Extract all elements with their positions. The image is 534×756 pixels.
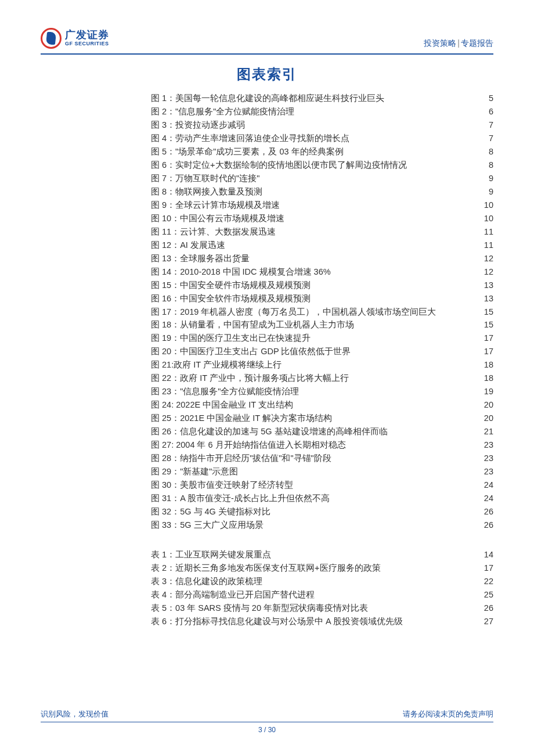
toc-figure-entry: 图 21:政府 IT 产业规模将继续上行18 <box>151 358 493 371</box>
toc-figure-page: 15 <box>484 305 493 318</box>
toc-figure-entry: 图 26：信息化建设的加速与 5G 基站建设增速的高峰相伴而临21 <box>151 425 493 438</box>
toc-figure-page: 17 <box>484 345 493 358</box>
toc-figure-page: 11 <box>484 239 493 251</box>
header-category: 投资策略 <box>424 38 456 48</box>
toc-table-entry: 表 2：近期长三角多地发布医保支付互联网+医疗服务的政策17 <box>151 561 493 574</box>
toc-table-page: 27 <box>484 615 493 628</box>
toc-figure-label: 图 27: 2004 年 6 月开始纳指估值进入长期相对稳态 <box>151 438 346 451</box>
toc-figure-page: 21 <box>484 425 493 438</box>
toc-figure-label: 图 15：中国安全硬件市场规模及规模预测 <box>151 279 311 291</box>
page-title: 图表索引 <box>0 65 534 84</box>
toc-figure-label: 图 31：A 股市值变迁-成长占比上升但依然不高 <box>151 492 330 505</box>
company-logo: 广发证券 GF SECURITIES <box>41 28 109 49</box>
toc-figure-label: 图 12：AI 发展迅速 <box>151 239 225 251</box>
toc-figure-page: 24 <box>484 478 493 491</box>
footer-right: 请务必阅读末页的免责声明 <box>403 709 493 719</box>
toc-figure-page: 19 <box>484 385 493 398</box>
toc-figure-page: 17 <box>484 332 493 344</box>
toc-table-label: 表 3：信息化建设的政策梳理 <box>151 575 262 588</box>
toc-table-entry: 表 4：部分高端制造业已开启国产替代进程25 <box>151 588 493 601</box>
toc-figure-page: 12 <box>484 265 493 278</box>
toc-figure-entry: 图 11：云计算、大数据发展迅速11 <box>151 225 493 238</box>
toc-figure-label: 图 11：云计算、大数据发展迅速 <box>151 225 276 238</box>
header-subcategory: 专题报告 <box>461 38 493 48</box>
toc-figure-entry: 图 13：全球服务器出货量12 <box>151 252 493 265</box>
toc-figure-entry: 图 33：5G 三大广义应用场景26 <box>151 519 493 531</box>
toc-figure-entry: 图 8：物联网接入数量及预测9 <box>151 185 493 198</box>
toc-figure-entry: 图 32：5G 与 4G 关键指标对比26 <box>151 505 493 518</box>
toc-figure-page: 6 <box>489 105 493 118</box>
toc-figure-label: 图 33：5G 三大广义应用场景 <box>151 519 264 531</box>
toc-figure-entry: 图 12：AI 发展迅速11 <box>151 239 493 251</box>
toc-figure-page: 8 <box>489 159 493 171</box>
toc-figure-entry: 图 28：纳指牛市开启经历"拔估值"和"寻锚"阶段23 <box>151 452 493 465</box>
pager-current: 3 <box>258 726 262 734</box>
header-breadcrumb: 投资策略|专题报告 <box>424 38 493 49</box>
toc-figure-label: 图 8：物联网接入数量及预测 <box>151 185 262 198</box>
toc-figure-label: 图 6：实时定位+大数据绘制的疫情地图以便市民了解周边疫情情况 <box>151 159 407 171</box>
toc-figure-entry: 图 1：美国每一轮信息化建设的高峰都相应诞生科技行业巨头5 <box>151 92 493 105</box>
toc-figure-page: 18 <box>484 372 493 384</box>
toc-figure-label: 图 30：美股市值变迁映射了经济转型 <box>151 478 293 491</box>
toc-table-label: 表 6：打分指标寻找信息化建设与对公场景中 A 股投资领域优先级 <box>151 615 403 628</box>
toc-figure-page: 5 <box>489 92 493 105</box>
footer-pager: 3 / 30 <box>41 726 493 734</box>
toc-table-entry: 表 1：工业互联网关键发展重点14 <box>151 548 493 561</box>
toc-figure-label: 图 21:政府 IT 产业规模将继续上行 <box>151 358 282 371</box>
toc-table-entry: 表 3：信息化建设的政策梳理22 <box>151 575 493 588</box>
toc-figure-label: 图 29："新基建"示意图 <box>151 465 238 478</box>
toc-figure-page: 20 <box>484 398 493 411</box>
toc-figure-page: 13 <box>484 292 493 305</box>
toc-figure-entry: 图 23："信息服务"全方位赋能疫情治理19 <box>151 385 493 398</box>
toc-figure-label: 图 20：中国医疗卫生支出占 GDP 比值依然低于世界 <box>151 345 351 358</box>
toc-table-page: 17 <box>484 561 493 574</box>
logo-cn: 广发证券 <box>65 30 109 41</box>
toc-figure-entry: 图 10：中国公有云市场规模及增速10 <box>151 212 493 225</box>
toc-figure-page: 10 <box>484 212 493 225</box>
toc-figure-entry: 图 18：从销量看，中国有望成为工业机器人主力市场15 <box>151 318 493 331</box>
toc-table-label: 表 5：03 年 SARS 疫情与 20 年新型冠状病毒疫情对比表 <box>151 602 368 614</box>
toc-figure-entry: 图 29："新基建"示意图23 <box>151 465 493 478</box>
toc-figure-entry: 图 5："场景革命"成功三要素，及 03 年的经典案例8 <box>151 145 493 158</box>
toc-figure-entry: 图 31：A 股市值变迁-成长占比上升但依然不高24 <box>151 492 493 505</box>
logo-en: GF SECURITIES <box>65 41 109 47</box>
toc-figure-entry: 图 25：2021E 中国金融业 IT 解决方案市场结构20 <box>151 412 493 424</box>
footer-row: 识别风险，发现价值 请务必阅读末页的免责声明 <box>41 709 493 719</box>
toc-figure-entry: 图 4：劳动产生率增速回落迫使企业寻找新的增长点7 <box>151 132 493 145</box>
toc-figure-page: 11 <box>484 225 493 238</box>
toc-figure-label: 图 23："信息服务"全方位赋能疫情治理 <box>151 385 299 398</box>
toc-figure-page: 7 <box>489 118 493 131</box>
toc-figure-label: 图 7：万物互联时代的"连接" <box>151 172 259 185</box>
toc-figure-entry: 图 19：中国的医疗卫生支出已在快速提升17 <box>151 332 493 344</box>
toc-figure-label: 图 25：2021E 中国金融业 IT 解决方案市场结构 <box>151 412 332 424</box>
toc-figure-page: 26 <box>484 505 493 518</box>
toc-figure-label: 图 28：纳指牛市开启经历"拔估值"和"寻锚"阶段 <box>151 452 331 465</box>
table-of-contents: 图 1：美国每一轮信息化建设的高峰都相应诞生科技行业巨头5图 2："信息服务"全… <box>0 92 534 628</box>
toc-table-page: 22 <box>484 575 493 588</box>
toc-table-label: 表 4：部分高端制造业已开启国产替代进程 <box>151 588 315 601</box>
logo-icon <box>41 28 62 49</box>
toc-figure-label: 图 2："信息服务"全方位赋能疫情治理 <box>151 105 294 118</box>
toc-figure-page: 23 <box>484 465 493 478</box>
toc-figure-label: 图 24: 2022E 中国金融业 IT 支出结构 <box>151 398 293 411</box>
toc-figure-page: 26 <box>484 519 493 531</box>
footer-rule <box>41 722 493 722</box>
toc-tables: 表 1：工业互联网关键发展重点14表 2：近期长三角多地发布医保支付互联网+医疗… <box>151 548 493 628</box>
toc-figures: 图 1：美国每一轮信息化建设的高峰都相应诞生科技行业巨头5图 2："信息服务"全… <box>151 92 493 531</box>
toc-figure-page: 13 <box>484 279 493 291</box>
toc-figure-page: 8 <box>489 145 493 158</box>
toc-figure-page: 23 <box>484 452 493 465</box>
toc-figure-label: 图 14：2010-2018 中国 IDC 规模复合增速 36% <box>151 265 331 278</box>
toc-figure-label: 图 5："场景革命"成功三要素，及 03 年的经典案例 <box>151 145 344 158</box>
toc-figure-label: 图 1：美国每一轮信息化建设的高峰都相应诞生科技行业巨头 <box>151 92 384 105</box>
toc-figure-entry: 图 16：中国安全软件市场规模及规模预测13 <box>151 292 493 305</box>
toc-figure-label: 图 32：5G 与 4G 关键指标对比 <box>151 505 270 518</box>
toc-figure-entry: 图 17：2019 年机器人密度（每万名员工），中国机器人领域市场空间巨大15 <box>151 305 493 318</box>
toc-figure-page: 23 <box>484 438 493 451</box>
toc-figure-entry: 图 30：美股市值变迁映射了经济转型24 <box>151 478 493 491</box>
toc-figure-label: 图 10：中国公有云市场规模及增速 <box>151 212 284 225</box>
toc-figure-entry: 图 22：政府 IT 产业中，预计服务项占比将大幅上行18 <box>151 372 493 384</box>
header-rule <box>41 53 493 55</box>
toc-figure-page: 15 <box>484 318 493 331</box>
toc-figure-label: 图 26：信息化建设的加速与 5G 基站建设增速的高峰相伴而临 <box>151 425 388 438</box>
